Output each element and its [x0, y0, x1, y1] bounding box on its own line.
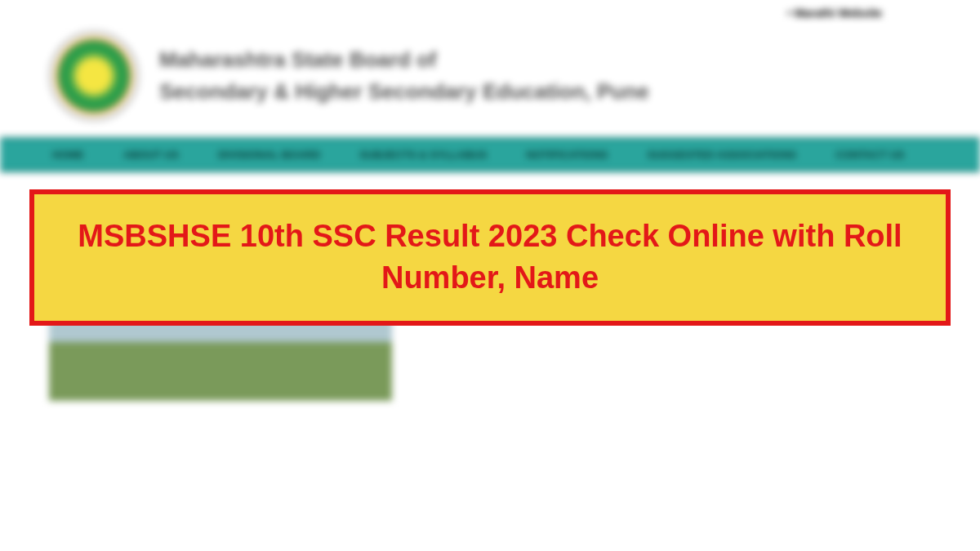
nav-about[interactable]: ABOUT US: [104, 139, 198, 171]
site-header: Maharashtra State Board of Secondary & H…: [0, 23, 980, 137]
banner-headline: MSBSHSE 10th SSC Result 2023 Check Onlin…: [67, 216, 913, 300]
marathi-website-link[interactable]: • Marathi Website: [0, 0, 980, 23]
nav-subjects[interactable]: SUBJECTS & SYLLABUS: [340, 139, 506, 171]
nav-associations[interactable]: SUGGESTED ASSOCIATIONS: [628, 139, 817, 171]
board-logo: [49, 31, 139, 121]
nav-contact[interactable]: CONTACT US: [816, 139, 924, 171]
main-nav: HOME ABOUT US DIVISIONAL BOARD SUBJECTS …: [0, 137, 980, 172]
nav-home[interactable]: HOME: [33, 139, 104, 171]
nav-divisional[interactable]: DIVISIONAL BOARD: [198, 139, 340, 171]
org-title-line2: Secondary & Higher Secondary Education, …: [159, 79, 931, 104]
org-title-line1: Maharashtra State Board of: [159, 47, 931, 73]
result-banner: MSBSHSE 10th SSC Result 2023 Check Onlin…: [29, 189, 951, 326]
organization-title: Maharashtra State Board of Secondary & H…: [159, 47, 931, 104]
nav-notifications[interactable]: NOTIFICATIONS: [506, 139, 627, 171]
